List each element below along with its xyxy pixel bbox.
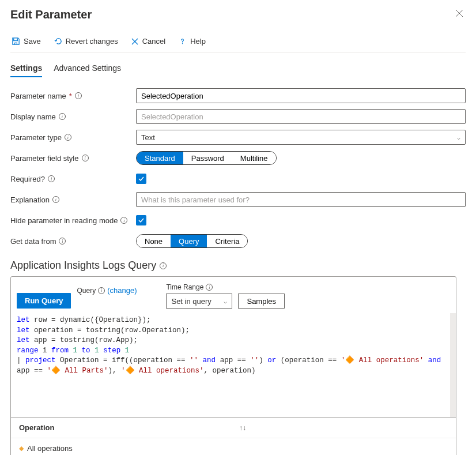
- info-icon[interactable]: i: [75, 92, 82, 99]
- query-label: Query: [77, 287, 96, 295]
- help-button[interactable]: Help: [177, 36, 207, 47]
- field-style-group: Standard Password Multiline: [136, 151, 277, 165]
- info-icon[interactable]: i: [48, 175, 55, 182]
- get-data-query[interactable]: Query: [171, 235, 207, 247]
- hide-param-checkbox[interactable]: [136, 215, 146, 225]
- revert-button[interactable]: Revert changes: [52, 36, 119, 47]
- query-panel: Run Query Query i (change) Time Range i …: [10, 276, 456, 455]
- chevron-down-icon: ⌵: [224, 298, 227, 304]
- field-style-standard[interactable]: Standard: [137, 152, 183, 164]
- info-icon[interactable]: i: [65, 134, 71, 141]
- results-table: Operation ↑↓ ◆ All operations: [11, 417, 456, 455]
- help-icon: [178, 37, 187, 46]
- required-label: Required? i: [10, 175, 136, 183]
- samples-button[interactable]: Samples: [238, 294, 285, 309]
- sort-icon[interactable]: ↑↓: [239, 424, 246, 432]
- change-query-link[interactable]: (change): [107, 286, 137, 295]
- get-data-label: Get data from i: [10, 237, 136, 246]
- results-column-header[interactable]: Operation ↑↓: [11, 418, 456, 438]
- explanation-input[interactable]: [136, 192, 466, 207]
- close-icon: [455, 9, 463, 17]
- cancel-icon: [131, 37, 139, 46]
- field-style-multiline[interactable]: Multiline: [232, 152, 276, 164]
- info-icon[interactable]: i: [59, 113, 66, 120]
- param-name-label: Parameter name* i: [10, 92, 136, 100]
- info-icon[interactable]: i: [120, 217, 127, 224]
- page-title: Edit Parameter: [10, 8, 92, 21]
- save-button[interactable]: Save: [10, 36, 42, 47]
- info-icon[interactable]: i: [59, 238, 66, 245]
- diamond-icon: ◆: [19, 445, 24, 452]
- cancel-button[interactable]: Cancel: [130, 36, 167, 47]
- run-query-button[interactable]: Run Query: [17, 293, 71, 309]
- revert-icon: [54, 37, 62, 46]
- time-range-label: Time Range: [166, 283, 203, 291]
- param-type-label: Parameter type i: [10, 133, 136, 142]
- query-editor[interactable]: let row = dynamic({Operation}); let oper…: [11, 313, 456, 417]
- results-row[interactable]: ◆ All operations: [11, 438, 456, 455]
- tabs: Settings Advanced Settings: [10, 60, 466, 77]
- info-icon[interactable]: i: [160, 262, 167, 269]
- get-data-none[interactable]: None: [137, 235, 171, 247]
- tab-advanced[interactable]: Advanced Settings: [54, 60, 121, 77]
- toolbar: Save Revert changes Cancel Help: [10, 36, 466, 53]
- field-style-password[interactable]: Password: [183, 152, 232, 164]
- save-icon: [12, 37, 20, 46]
- info-icon[interactable]: i: [52, 196, 59, 203]
- query-section-title: Application Insights Logs Query i: [10, 260, 466, 272]
- tab-settings[interactable]: Settings: [10, 60, 42, 77]
- param-name-input[interactable]: [136, 88, 466, 103]
- get-data-criteria[interactable]: Criteria: [207, 235, 247, 247]
- info-icon[interactable]: i: [206, 284, 213, 291]
- info-icon[interactable]: i: [82, 155, 89, 161]
- explanation-label: Explanation i: [10, 195, 136, 204]
- display-name-label: Display name i: [10, 112, 136, 121]
- check-icon: [138, 175, 145, 182]
- field-style-label: Parameter field style i: [10, 154, 136, 163]
- param-type-select[interactable]: Text ⌵: [136, 130, 466, 145]
- hide-param-label: Hide parameter in reading mode i: [10, 216, 136, 225]
- required-checkbox[interactable]: [136, 174, 146, 184]
- display-name-input[interactable]: [136, 109, 466, 124]
- time-range-select[interactable]: Set in query ⌵: [166, 294, 232, 309]
- info-icon[interactable]: i: [98, 287, 105, 294]
- check-icon: [138, 217, 145, 224]
- close-button[interactable]: [453, 7, 466, 22]
- query-source-display: [77, 297, 160, 309]
- get-data-group: None Query Criteria: [136, 234, 248, 248]
- chevron-down-icon: ⌵: [457, 134, 460, 141]
